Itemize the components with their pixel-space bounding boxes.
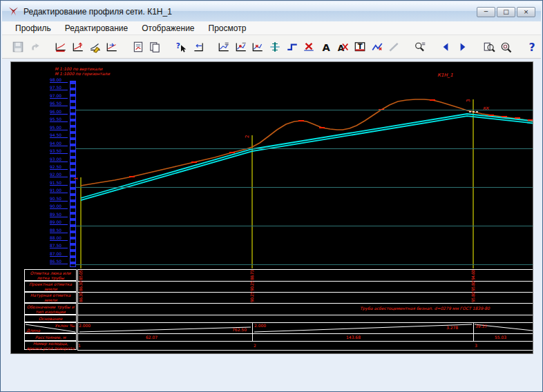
elevation-tick-label: 89.00 <box>50 220 68 225</box>
context-help-cursor-icon: ? <box>175 41 187 53</box>
slope-value: 2.000 <box>254 323 266 328</box>
grid-line-horizontal <box>75 148 533 149</box>
toolbar-label-box-button[interactable]: T <box>352 39 368 55</box>
table-row-label-5: Уклон ‰Длина <box>24 322 77 333</box>
table-elevation-value: 90.25 <box>249 282 254 291</box>
toolbar-zoom-settings-button[interactable] <box>412 39 428 55</box>
pipe-designation-note: Труба асбестоцементная безнап. d=0279 мм… <box>360 306 490 311</box>
table-grid-line <box>77 303 533 304</box>
chart-points-list-icon <box>218 41 230 53</box>
profile-params-icon <box>106 41 118 53</box>
toolbar-profile-params-button[interactable] <box>104 39 120 55</box>
chart-prev-segment-icon <box>192 41 204 53</box>
elevation-tick-label: 97.50 <box>50 86 68 90</box>
slope-value: 39.37 <box>475 324 487 329</box>
table-grid-line <box>77 341 533 342</box>
toolbar-chart-prev-segment-button[interactable] <box>190 39 206 55</box>
toolbar-text-add-button[interactable]: A <box>318 39 334 55</box>
station-label-2: 2 <box>245 135 250 138</box>
table-row-label-0: Отметка люка или лотка трубы <box>24 269 77 281</box>
table-row-label-6: Расстояние, м <box>24 333 77 341</box>
toolbar-undo-button[interactable] <box>28 39 44 55</box>
window-controls: ─ □ × <box>477 7 535 17</box>
elevation-tick-label: 95.50 <box>50 117 68 122</box>
station-label-1: 1 <box>73 177 79 180</box>
toolbar-nav-left-button[interactable] <box>438 39 454 55</box>
wells-icon <box>269 41 281 53</box>
slope-label: Уклон ‰ <box>55 323 75 328</box>
slope-value: 2.000 <box>79 323 90 328</box>
maximize-button[interactable]: □ <box>497 7 515 17</box>
toolbar-profile-edit-button[interactable] <box>87 39 103 55</box>
table-grid-line <box>77 322 533 323</box>
elevation-tick-label: 95.00 <box>50 126 68 130</box>
elevation-tick-label: 96.50 <box>50 101 68 106</box>
toolbar-help-button[interactable]: ? <box>524 39 540 55</box>
toolbar-zoom-page-button[interactable] <box>481 39 497 55</box>
elevation-tick-label: 92.00 <box>50 173 68 177</box>
zoom-fit-icon <box>499 41 512 53</box>
menu-item-0[interactable]: Профиль <box>9 22 57 35</box>
profile-marks-icon <box>72 41 84 53</box>
grid-line-horizontal <box>75 226 533 226</box>
toolbar-delete-segment-button[interactable] <box>301 39 317 55</box>
table-row-label-2: Натурная отметка земли <box>24 292 77 303</box>
elevation-tick-label: 93.50 <box>50 149 68 154</box>
table-station-divider <box>252 322 253 341</box>
copy-sheets-icon <box>149 41 161 53</box>
profile-canvas[interactable]: М 1:100 по вертикали М 1:1000 по горизон… <box>10 61 533 354</box>
app-window: Редактирование профиля сети. К1Н_1 ─ □ ×… <box>0 0 543 392</box>
table-row-label-1: Проектная отметка земли <box>24 281 77 292</box>
table-elevation-value: 90.25 <box>249 293 254 302</box>
toolbar-chart-point-add-button[interactable] <box>234 39 249 55</box>
text-add-icon: A <box>320 41 332 53</box>
table-grid-line <box>77 333 533 334</box>
zoom-settings-icon <box>414 41 426 53</box>
elevation-tick-label: 92.50 <box>50 165 68 170</box>
toolbar-nav-right-button[interactable] <box>455 39 471 55</box>
elevation-tick-label: 89.50 <box>50 213 68 217</box>
minimize-button[interactable]: ─ <box>477 7 495 17</box>
distance-value: 143.68 <box>346 335 361 340</box>
elevation-tick-label: 98.00 <box>50 78 68 83</box>
sheet-preview-icon <box>132 41 144 53</box>
elevation-tick-label: 97.00 <box>50 94 68 99</box>
table-station-divider <box>473 322 474 341</box>
menu-bar: ПрофильРедактированиеОтображениеПросмотр <box>2 21 541 35</box>
toolbar-zoom-fit-button[interactable] <box>498 39 514 55</box>
toolbar-chart-point-delete-button[interactable] <box>250 39 266 55</box>
profile-edit-icon <box>89 41 102 53</box>
toolbar-profile-marks-button[interactable] <box>70 39 86 55</box>
table-grid-line <box>77 292 533 293</box>
step-segment-icon <box>286 41 298 53</box>
table-elevation-value: 95.80 <box>470 293 475 302</box>
svg-text:?: ? <box>528 41 535 53</box>
label-box-icon: T <box>354 41 366 53</box>
menu-item-2[interactable]: Отображение <box>135 22 200 35</box>
toolbar-chart-points-list-button[interactable] <box>216 39 232 55</box>
distance-value: 62.07 <box>146 335 158 340</box>
toolbar-step-segment-button[interactable] <box>284 39 300 55</box>
toolbar-line-tool-button[interactable] <box>386 39 402 55</box>
toolbar-profile-recalc-button[interactable] <box>53 39 69 55</box>
toolbar-sheet-preview-button[interactable] <box>131 39 146 55</box>
toolbar-text-delete-button[interactable]: A <box>335 39 351 55</box>
table-elevation-value: 88.73 <box>249 271 254 280</box>
toolbar-wells-button[interactable] <box>267 39 283 55</box>
toolbar-save-button[interactable] <box>10 39 26 55</box>
table-grid-line <box>77 350 533 351</box>
title-bar: Редактирование профиля сети. К1Н_1 ─ □ × <box>2 2 541 21</box>
delete-segment-icon <box>303 41 315 53</box>
nav-right-icon <box>457 41 469 53</box>
table-elevation-value: 85.05 <box>78 271 83 280</box>
table-elevation-value: 94.60 <box>470 271 475 280</box>
menu-item-1[interactable]: Редактирование <box>59 22 134 35</box>
menu-item-3[interactable]: Просмотр <box>202 22 253 35</box>
close-button[interactable]: × <box>517 7 535 17</box>
toolbar-context-help-cursor-button[interactable]: ? <box>173 39 189 55</box>
grid-line-horizontal <box>75 264 533 265</box>
svg-text:A: A <box>322 41 330 52</box>
svg-text:T: T <box>358 42 363 50</box>
toolbar-polyline-edit-button[interactable] <box>369 39 385 55</box>
toolbar-copy-sheets-button[interactable] <box>147 39 163 55</box>
